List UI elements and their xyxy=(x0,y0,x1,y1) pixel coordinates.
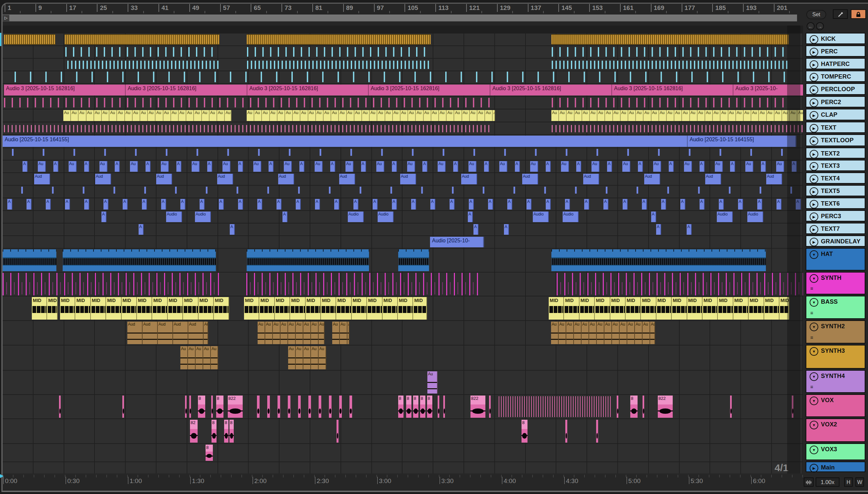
track-name[interactable]: HAT xyxy=(821,251,833,258)
row-vox3[interactable]: 8 xyxy=(3,444,803,461)
clip-cell[interactable]: Au xyxy=(728,110,736,121)
clip[interactable]: 8 xyxy=(427,396,432,418)
clip-cell[interactable]: Au xyxy=(211,346,218,369)
clip-cell[interactable]: A xyxy=(300,161,304,172)
clip-cell[interactable]: MID xyxy=(413,297,427,320)
follow-button[interactable] xyxy=(804,477,814,487)
arrangement-start-marker[interactable] xyxy=(0,474,4,478)
clip[interactable]: AuAuAu xyxy=(332,322,349,344)
track-name[interactable]: SYNTH xyxy=(821,274,842,282)
clip[interactable] xyxy=(247,249,369,271)
clip[interactable]: A xyxy=(656,224,661,235)
clip-cell[interactable]: A xyxy=(661,199,666,210)
fold-icon[interactable]: ▼ xyxy=(810,274,818,283)
track-name[interactable]: Main xyxy=(821,464,835,471)
clip-cell[interactable]: Au xyxy=(196,346,203,369)
clip-cell[interactable]: MID xyxy=(749,297,764,320)
clip[interactable] xyxy=(63,249,216,271)
track-name[interactable]: KICK xyxy=(821,36,836,42)
clip-cell[interactable]: Au xyxy=(650,322,655,344)
clip[interactable]: MIDMIDMIDMIDMIDMIDMIDMIDMIDMIDMID xyxy=(60,297,229,320)
clip[interactable]: Audio 3 [2025-10-15 162816] xyxy=(247,84,369,95)
clip-cell[interactable]: Au xyxy=(296,322,303,344)
clip-cell[interactable]: Au xyxy=(63,110,71,121)
clip-cell[interactable]: Au xyxy=(79,110,86,121)
clip[interactable] xyxy=(552,47,788,57)
clip[interactable]: Audio xyxy=(747,211,763,222)
height-zoom-button[interactable]: H xyxy=(844,477,853,487)
clip-cell[interactable]: Au xyxy=(311,322,319,344)
clip[interactable]: AAudioAudioAAudioAudioAAudioAudioAAudioA… xyxy=(3,211,803,222)
clip-cell[interactable]: Aud xyxy=(34,174,50,184)
clip-cell[interactable]: Au xyxy=(551,322,559,344)
clip[interactable] xyxy=(438,396,439,418)
track-name[interactable]: TEXT4 xyxy=(821,175,840,182)
play-icon[interactable]: ▶ xyxy=(810,48,818,56)
clip-cell[interactable]: Au xyxy=(552,110,559,121)
clip-cell[interactable]: Au xyxy=(416,110,423,121)
clip[interactable] xyxy=(730,396,732,418)
clip-cell[interactable]: Au xyxy=(684,161,692,172)
clip[interactable]: 8 xyxy=(216,396,224,418)
clip-cell[interactable]: Au xyxy=(203,346,211,369)
clip-cell[interactable]: Au xyxy=(319,322,325,344)
clip[interactable] xyxy=(250,282,478,294)
clip[interactable]: MIDMIDMIDMIDMIDMIDMIDMIDMIDMIDMIDMIDMIDM… xyxy=(549,297,789,320)
clip-cell[interactable]: Au xyxy=(736,110,744,121)
clip[interactable]: Audio 3 [2025-10-15 162816] xyxy=(4,84,126,95)
clip-cell[interactable]: A xyxy=(392,161,397,172)
row-perc[interactable] xyxy=(3,46,803,58)
clip[interactable] xyxy=(339,396,342,418)
clip-cell[interactable]: Au xyxy=(612,322,620,344)
clip-cell[interactable]: A xyxy=(576,161,581,172)
clip-cell[interactable]: Au xyxy=(163,110,171,121)
track-header-text6[interactable]: ▶TEXT6 xyxy=(806,197,865,209)
bar-ruler[interactable]: 1917253341495765738189971051131211291371… xyxy=(3,3,803,13)
clip-cell[interactable]: MID xyxy=(580,297,595,320)
clip-cell[interactable]: A xyxy=(53,161,58,172)
track-header-clap[interactable]: ▶CLAP xyxy=(806,109,865,120)
track-name[interactable]: PERC3 xyxy=(821,213,841,220)
clip-cell[interactable]: Au xyxy=(130,161,138,172)
row-text2[interactable] xyxy=(3,148,803,160)
clip-cell[interactable]: A xyxy=(361,161,366,172)
clip-cell[interactable]: Au xyxy=(620,322,627,344)
clip-cell[interactable]: A xyxy=(22,161,27,172)
clip-cell[interactable]: A xyxy=(7,199,12,210)
row-percloop[interactable]: Audio 3 [2025-10-15 162816]Audio 3 [2025… xyxy=(3,84,803,96)
clip-cell[interactable]: Au xyxy=(589,322,597,344)
clip-cell[interactable]: A xyxy=(373,199,378,210)
fold-icon[interactable]: ▼ xyxy=(810,445,818,454)
clip-cell[interactable]: A xyxy=(315,199,320,210)
clip[interactable] xyxy=(792,396,793,418)
clip-cell[interactable]: Au xyxy=(223,161,230,172)
clip-cell[interactable]: MID xyxy=(367,297,382,320)
clip-cell[interactable]: Au xyxy=(561,161,569,172)
clip-cell[interactable]: Au xyxy=(667,110,674,121)
clip[interactable]: 822 xyxy=(470,396,485,418)
track-header-vox3[interactable]: ▼VOX3 xyxy=(806,443,865,460)
clip-cell[interactable]: Aud xyxy=(644,174,660,184)
clip-cell[interactable]: A xyxy=(334,199,339,210)
clip-cell[interactable]: A xyxy=(26,199,32,210)
clip[interactable]: Audio xyxy=(563,211,579,222)
clip[interactable]: Audio 3 [2025-10-15 162816] xyxy=(126,84,248,95)
arrangement-grid[interactable]: Audio 3 [2025-10-15 162816]Audio 3 [2025… xyxy=(3,25,803,473)
clip-cell[interactable]: Au xyxy=(94,110,102,121)
clip-cell[interactable]: Au xyxy=(110,110,117,121)
clip-cell[interactable]: Au xyxy=(597,322,604,344)
track-name[interactable]: TEXT3 xyxy=(821,163,840,169)
clip[interactable] xyxy=(560,282,803,294)
clip-cell[interactable]: MID xyxy=(595,297,610,320)
clip-cell[interactable]: MID xyxy=(183,297,198,320)
clip[interactable] xyxy=(552,34,789,45)
clip[interactable] xyxy=(257,396,259,418)
clip[interactable]: A xyxy=(474,224,478,235)
clip-cell[interactable]: Au xyxy=(288,346,296,369)
clip[interactable] xyxy=(67,61,219,69)
clip-cell[interactable]: A xyxy=(792,161,797,172)
track-header-text5[interactable]: ▶TEXT5 xyxy=(806,185,865,196)
play-icon[interactable]: ▶ xyxy=(810,225,818,234)
clip-cell[interactable]: A xyxy=(411,199,416,210)
clip[interactable] xyxy=(4,125,491,132)
